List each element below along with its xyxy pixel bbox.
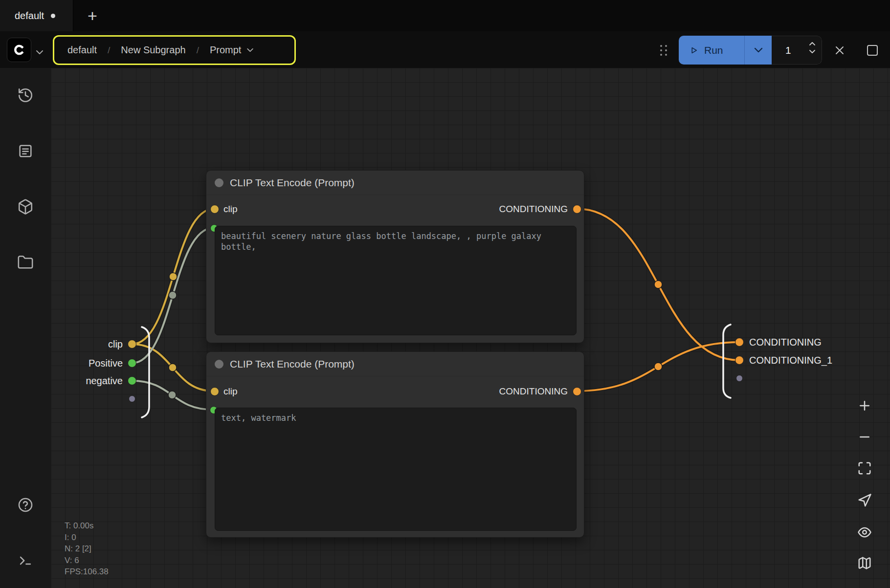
stat-nodes: N: 2 [2]: [65, 543, 109, 555]
subgraph-output-label-conditioning-1: CONDITIONING_1: [749, 354, 832, 366]
subgraph-input-label-positive: Positive: [70, 357, 123, 369]
canvas-stats: T: 0.00s I: 0 N: 2 [2] V: 6 FPS:106.38: [65, 520, 109, 578]
chevron-down-icon: [754, 47, 763, 53]
folder-icon[interactable]: [17, 254, 34, 271]
batch-count-input[interactable]: 1: [772, 36, 822, 65]
stepper-down-icon[interactable]: [809, 50, 815, 53]
subgraph-input-dot-positive[interactable]: [128, 359, 136, 368]
top-toolbar: default / New Subgraph / Prompt Run 1: [0, 31, 890, 68]
queue-icon[interactable]: [17, 143, 34, 159]
batch-count-steppers: [809, 42, 815, 53]
subgraph-output-dot-conditioning-1[interactable]: [735, 356, 744, 365]
breadcrumb-item-new-subgraph[interactable]: New Subgraph: [121, 44, 185, 56]
models-icon[interactable]: [17, 198, 34, 215]
minimap-icon[interactable]: [857, 556, 872, 570]
unsaved-changes-dot: [51, 14, 55, 18]
workflow-tab-bar: default +: [0, 0, 890, 31]
stat-iterations: I: 0: [65, 532, 109, 544]
stat-time: T: 0.00s: [65, 520, 109, 532]
node-clip-text-encode-1[interactable]: CLIP Text Encode (Prompt) clip CONDITION…: [206, 170, 584, 343]
input-slot-clip[interactable]: [210, 205, 219, 214]
workflow-tab-default[interactable]: default: [0, 0, 73, 31]
zoom-out-icon[interactable]: [857, 430, 872, 444]
comfyui-logo-button[interactable]: [7, 38, 31, 62]
link-midpoint-dot[interactable]: [169, 364, 177, 371]
workflow-tab-label: default: [15, 10, 44, 22]
prompt-textarea[interactable]: text, watermark: [215, 408, 577, 531]
input-slot-clip[interactable]: [210, 387, 219, 396]
subgraph-output-label-conditioning: CONDITIONING: [749, 336, 822, 348]
subgraph-output-bracket: [723, 325, 731, 398]
run-control-group: Run 1: [679, 36, 822, 65]
toggle-links-eye-icon[interactable]: [857, 525, 872, 540]
output-slot-conditioning[interactable]: [573, 387, 581, 396]
subgraph-output-dot-empty[interactable]: [736, 375, 743, 382]
link-negative-to-node2-text[interactable]: [132, 381, 213, 410]
subgraph-input-dot-clip[interactable]: [128, 340, 136, 348]
close-icon: [833, 44, 846, 57]
batch-count-value: 1: [785, 44, 791, 56]
link-clip-to-node2[interactable]: [132, 344, 213, 391]
input-slot-label: clip: [223, 386, 238, 397]
node-title-bar[interactable]: CLIP Text Encode (Prompt): [206, 352, 584, 376]
breadcrumb-item-prompt[interactable]: Prompt: [210, 44, 241, 56]
stepper-up-icon[interactable]: [809, 42, 815, 45]
new-workflow-button[interactable]: +: [83, 6, 102, 25]
prompt-textarea[interactable]: beautiful scenery nature glass bottle la…: [215, 226, 577, 335]
run-options-dropdown[interactable]: [744, 36, 772, 65]
node-clip-text-encode-2[interactable]: CLIP Text Encode (Prompt) clip CONDITION…: [206, 351, 584, 538]
panel-square-icon[interactable]: [867, 45, 878, 56]
link-midpoint-dot[interactable]: [654, 363, 662, 370]
output-slot-conditioning[interactable]: [573, 205, 581, 214]
help-icon[interactable]: [17, 497, 34, 513]
link-node1-to-conditioning-1[interactable]: [577, 209, 739, 360]
comfyui-logo-icon: [12, 43, 26, 57]
node-title-bar[interactable]: CLIP Text Encode (Prompt): [206, 171, 584, 195]
link-clip-to-node1[interactable]: [132, 209, 214, 344]
subgraph-input-dot-empty[interactable]: [129, 395, 135, 402]
input-slot-label: clip: [223, 204, 238, 215]
subgraph-input-bracket: [142, 327, 149, 417]
zoom-in-icon[interactable]: [857, 398, 872, 413]
logo-menu-chevron-icon[interactable]: [36, 48, 43, 57]
link-midpoint-dot[interactable]: [169, 291, 177, 299]
left-sidebar: [0, 68, 51, 588]
link-midpoint-dot[interactable]: [168, 391, 176, 399]
run-button[interactable]: Run: [679, 36, 744, 65]
link-midpoint-dot[interactable]: [654, 281, 662, 288]
breadcrumb-dropdown-chevron-icon[interactable]: [247, 48, 253, 52]
breadcrumb-separator: /: [108, 45, 110, 56]
run-button-label: Run: [704, 44, 723, 56]
play-icon: [690, 45, 698, 55]
toolbar-drag-handle-icon[interactable]: [660, 45, 667, 56]
subgraph-input-label-negative: negative: [70, 375, 123, 387]
output-slot-label: CONDITIONING: [499, 204, 568, 215]
breadcrumb: default / New Subgraph / Prompt: [53, 35, 296, 65]
collapse-dot[interactable]: [215, 178, 223, 187]
output-slot-label: CONDITIONING: [499, 386, 568, 397]
breadcrumb-separator: /: [197, 45, 199, 56]
node-title: CLIP Text Encode (Prompt): [230, 177, 355, 189]
graph-canvas[interactable]: CLIP Text Encode (Prompt) clip CONDITION…: [51, 68, 890, 588]
link-midpoint-dot[interactable]: [169, 273, 177, 281]
subgraph-input-label-clip: clip: [70, 338, 123, 350]
close-subgraph-button[interactable]: [833, 44, 846, 57]
stat-fps: FPS:106.38: [65, 566, 109, 578]
subgraph-output-dot-conditioning[interactable]: [735, 338, 744, 347]
collapse-dot[interactable]: [215, 360, 223, 369]
fit-view-icon[interactable]: [857, 461, 872, 476]
node-title: CLIP Text Encode (Prompt): [230, 358, 355, 370]
terminal-icon[interactable]: [17, 552, 34, 569]
history-icon[interactable]: [17, 87, 34, 104]
link-node2-to-conditioning[interactable]: [577, 342, 739, 391]
breadcrumb-item-default[interactable]: default: [67, 44, 97, 56]
link-positive-to-node1-text[interactable]: [132, 228, 214, 363]
stat-version: V: 6: [65, 555, 109, 566]
select-mode-icon[interactable]: [857, 493, 872, 508]
subgraph-input-dot-negative[interactable]: [128, 376, 136, 385]
